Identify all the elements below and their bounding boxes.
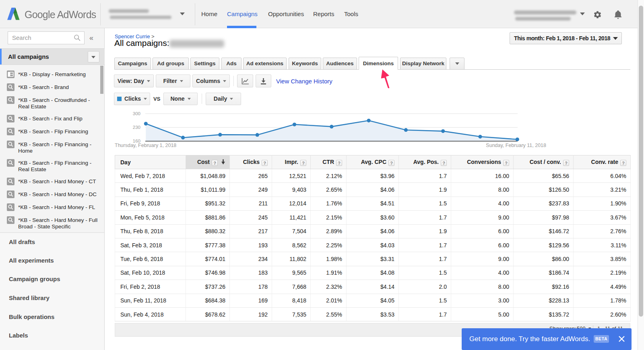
svg-text:Thursday, February 1, 2018: Thursday, February 1, 2018	[115, 143, 176, 148]
svg-text:230: 230	[133, 125, 140, 130]
svg-text:300: 300	[133, 111, 140, 116]
svg-text:Sunday, February 11, 2018: Sunday, February 11, 2018	[486, 143, 546, 148]
